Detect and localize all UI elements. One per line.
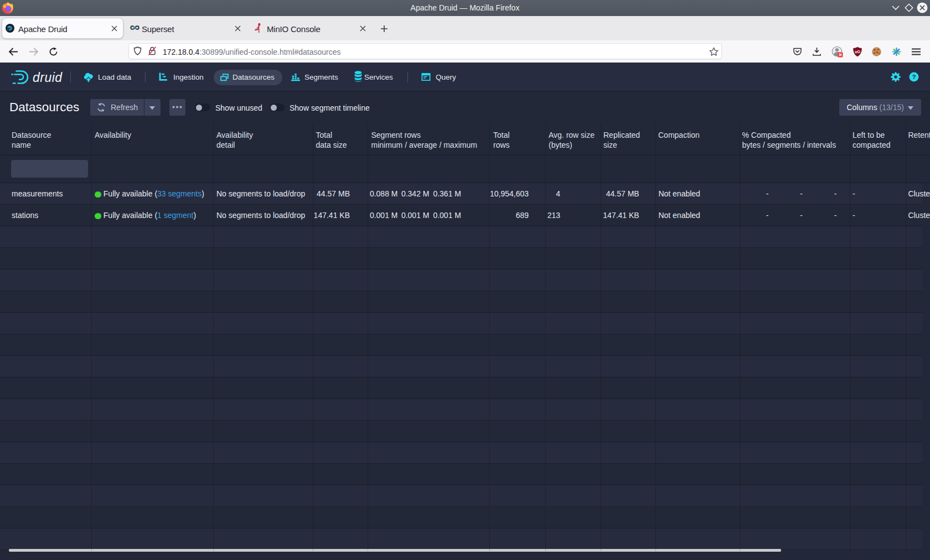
svg-text:?: ? (912, 74, 916, 80)
svg-text:uO: uO (855, 50, 860, 54)
